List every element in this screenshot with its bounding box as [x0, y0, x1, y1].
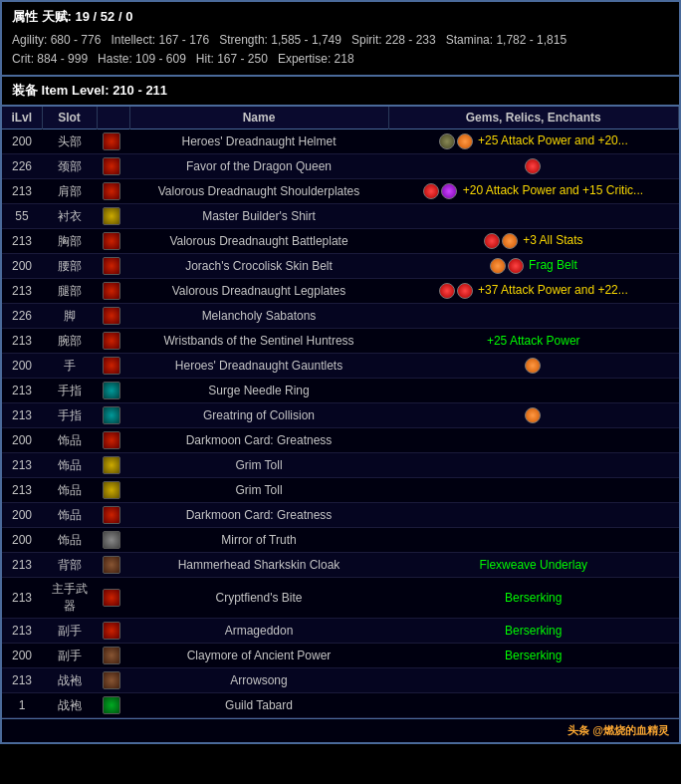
item-icon-red: [103, 282, 120, 300]
cell-name[interactable]: Surge Needle Ring: [129, 379, 388, 403]
cell-name[interactable]: Valorous Dreadnaught Battleplate: [129, 229, 388, 254]
haste-label: Haste:: [98, 52, 135, 66]
cell-name[interactable]: Jorach's Crocolisk Skin Belt: [129, 254, 388, 279]
ilvl-title: 装备 Item Level: 210 - 211: [12, 83, 167, 98]
cell-icon: [97, 668, 129, 693]
table-row: 226脚Melancholy Sabatons: [2, 304, 679, 329]
cell-slot: 饰品: [42, 428, 97, 453]
stamina-value: 1,782 - 1,815: [496, 33, 567, 47]
cell-icon: [97, 528, 129, 553]
cell-gems-enchants: [388, 693, 679, 718]
table-row: 55衬衣Master Builder's Shirt: [2, 204, 679, 229]
table-row: 213胸部Valorous Dreadnaught Battleplate +3…: [2, 229, 679, 254]
strength-label: Strength:: [219, 33, 271, 47]
cell-gems-enchants: +3 All Stats: [388, 229, 679, 254]
cell-icon: [97, 619, 129, 644]
cell-ilvl: 213: [2, 229, 42, 254]
cell-name[interactable]: Darkmoon Card: Greatness: [129, 428, 388, 453]
stamina-label: Stamina:: [446, 33, 497, 47]
item-icon-red: [103, 357, 120, 375]
cell-icon: [97, 453, 129, 478]
cell-name[interactable]: Grim Toll: [129, 478, 388, 503]
cell-gems-enchants: [388, 428, 679, 453]
cell-name[interactable]: Hammerhead Sharkskin Cloak: [129, 553, 388, 578]
item-icon-brown: [103, 671, 120, 689]
item-icon-red: [103, 622, 120, 640]
cell-name[interactable]: Guild Tabard: [129, 693, 388, 718]
strength-value: 1,585 - 1,749: [271, 33, 341, 47]
cell-ilvl: 213: [2, 403, 42, 428]
table-row: 1战袍Guild Tabard: [2, 693, 679, 718]
cell-name[interactable]: Grim Toll: [129, 453, 388, 478]
cell-name[interactable]: Valorous Dreadnaught Shoulderplates: [129, 179, 388, 204]
cell-name[interactable]: Claymore of Ancient Power: [129, 644, 388, 668]
cell-ilvl: 213: [2, 179, 42, 204]
item-icon-gray: [103, 531, 120, 549]
enchant-text: +20 Attack Power and +15 Critic...: [459, 184, 643, 198]
cell-ilvl: 213: [2, 668, 42, 693]
item-icon-brown: [103, 647, 120, 664]
cell-name[interactable]: Greatring of Collision: [129, 403, 388, 428]
cell-name[interactable]: Master Builder's Shirt: [129, 204, 388, 229]
table-row: 200手Heroes' Dreadnaught Gauntlets: [2, 354, 679, 379]
cell-icon: [97, 428, 129, 453]
cell-icon: [97, 229, 129, 254]
cell-slot: 背部: [42, 553, 97, 578]
enchant-text: +37 Attack Power and +22...: [475, 284, 628, 298]
item-icon-red: [103, 182, 120, 200]
cell-slot: 胸部: [42, 229, 97, 254]
enchant-text: Berserking: [505, 591, 562, 605]
col-name: Name: [129, 107, 388, 130]
cell-gems-enchants: [388, 403, 679, 428]
cell-name[interactable]: Melancholy Sabatons: [129, 304, 388, 329]
cell-name[interactable]: Heroes' Dreadnaught Gauntlets: [129, 354, 388, 379]
crit-label: Crit:: [12, 52, 37, 66]
cell-name[interactable]: Arrowsong: [129, 668, 388, 693]
table-row: 213战袍Arrowsong: [2, 668, 679, 693]
cell-name[interactable]: Favor of the Dragon Queen: [129, 154, 388, 179]
cell-slot: 腿部: [42, 279, 97, 304]
intellect-label: Intellect:: [111, 33, 158, 47]
cell-gems-enchants: [388, 503, 679, 528]
cell-ilvl: 200: [2, 428, 42, 453]
cell-icon: [97, 553, 129, 578]
cell-slot: 腕部: [42, 329, 97, 354]
cell-ilvl: 1: [2, 693, 42, 718]
cell-gems-enchants: [388, 478, 679, 503]
hit-label: Hit:: [196, 52, 217, 66]
cell-icon: [97, 204, 129, 229]
cell-gems-enchants: [388, 204, 679, 229]
cell-name[interactable]: Darkmoon Card: Greatness: [129, 503, 388, 528]
cell-ilvl: 55: [2, 204, 42, 229]
col-slot: Slot: [42, 107, 97, 130]
cell-slot: 战袍: [42, 668, 97, 693]
cell-ilvl: 226: [2, 154, 42, 179]
cell-ilvl: 200: [2, 354, 42, 379]
cell-slot: 饰品: [42, 528, 97, 553]
cell-icon: [97, 254, 129, 279]
cell-name[interactable]: Wristbands of the Sentinel Huntress: [129, 329, 388, 354]
agility-value: 680 - 776: [51, 33, 102, 47]
cell-ilvl: 213: [2, 619, 42, 644]
table-row: 213腿部Valorous Dreadnaught Legplates +37 …: [2, 279, 679, 304]
cell-name[interactable]: Armageddon: [129, 619, 388, 644]
main-container: 属性 天赋: 19 / 52 / 0 Agility: 680 - 776 In…: [0, 0, 681, 744]
cell-gems-enchants: +37 Attack Power and +22...: [388, 279, 679, 304]
cell-gems-enchants: [388, 154, 679, 179]
cell-icon: [97, 403, 129, 428]
table-row: 226颈部Favor of the Dragon Queen: [2, 154, 679, 179]
cell-icon: [97, 154, 129, 179]
gem-icon-orange: [490, 258, 506, 274]
cell-icon: [97, 379, 129, 403]
table-row: 200头部Heroes' Dreadnaught Helmet +25 Atta…: [2, 130, 679, 154]
cell-gems-enchants: Berserking: [388, 619, 679, 644]
cell-name[interactable]: Heroes' Dreadnaught Helmet: [129, 130, 388, 154]
item-icon-red: [103, 157, 120, 175]
table-row: 200腰部Jorach's Crocolisk Skin Belt Frag B…: [2, 254, 679, 279]
item-icon-yellow: [103, 456, 120, 474]
spirit-value: 228 - 233: [385, 33, 436, 47]
cell-name[interactable]: Valorous Dreadnaught Legplates: [129, 279, 388, 304]
table-row: 213肩部Valorous Dreadnaught Shoulderplates…: [2, 179, 679, 204]
cell-name[interactable]: Cryptfiend's Bite: [129, 578, 388, 619]
cell-name[interactable]: Mirror of Truth: [129, 528, 388, 553]
